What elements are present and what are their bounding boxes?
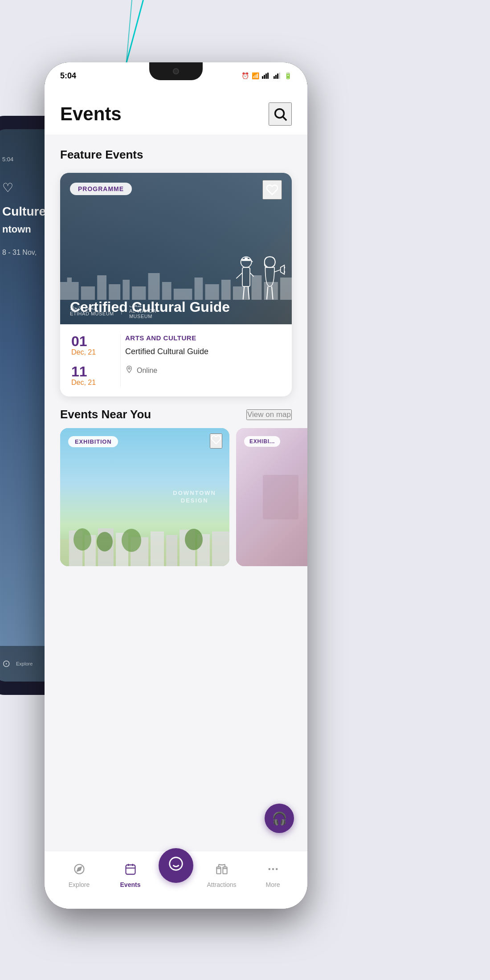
svg-rect-31: [242, 267, 250, 286]
svg-line-33: [248, 286, 249, 299]
svg-point-73: [275, 868, 278, 870]
signal2-icon: [274, 73, 282, 79]
phone-main: 5:04 🖼 📹 👥 ⏰ 📶: [45, 62, 307, 909]
svg-rect-18: [162, 282, 172, 300]
svg-point-8: [275, 109, 284, 118]
svg-rect-51: [212, 531, 229, 566]
card-dates: 01 Dec, 21 11 Dec, 21: [71, 334, 111, 387]
feature-events-section: Feature Events: [45, 135, 307, 173]
nav-explore[interactable]: Explore: [53, 863, 105, 888]
start-date-block: 01 Dec, 21: [71, 334, 111, 356]
behind-explore-icon: ⊙: [2, 658, 10, 670]
svg-point-71: [268, 868, 270, 870]
svg-rect-1: [264, 75, 265, 79]
svg-rect-5: [275, 75, 277, 79]
front-camera: [173, 68, 179, 74]
status-right-icons: ⏰ 📶 🔋: [241, 72, 292, 79]
near-you-title: Events Near You: [60, 408, 151, 421]
feature-event-card[interactable]: PROGRAMME Certified Cultural Guide: [60, 173, 292, 396]
more-icon: [267, 863, 279, 878]
start-day: 01: [71, 334, 111, 348]
svg-rect-21: [205, 284, 219, 300]
events-label: Events: [120, 881, 141, 888]
bottom-nav: Explore Events: [45, 851, 307, 909]
svg-rect-2: [265, 74, 267, 79]
wifi-icon: 📶: [252, 72, 259, 79]
svg-rect-15: [122, 280, 130, 300]
feature-events-title: Feature Events: [60, 148, 292, 162]
page-title: Events: [60, 103, 122, 125]
svg-rect-6: [277, 74, 278, 79]
svg-rect-11: [67, 278, 72, 300]
svg-rect-7: [279, 73, 280, 79]
events-near-you-header: Events Near You View on map: [45, 396, 307, 428]
svg-rect-20: [195, 278, 203, 300]
svg-point-72: [272, 868, 274, 870]
view-on-map-button[interactable]: View on map: [246, 409, 292, 420]
svg-rect-22: [221, 280, 231, 300]
svg-marker-57: [77, 867, 82, 871]
card-favourite-button[interactable]: [262, 180, 282, 200]
phone-screen: 5:04 🖼 📹 👥 ⏰ 📶: [45, 62, 307, 909]
svg-line-32: [243, 286, 245, 299]
svg-rect-48: [166, 535, 177, 566]
nav-center-button[interactable]: [156, 848, 196, 885]
search-button[interactable]: [269, 102, 292, 126]
near-card-2[interactable]: EXHIBI...: [236, 428, 307, 566]
end-month: Dec, 21: [71, 379, 111, 387]
card-logos: متحف الاتحادETIHAD MUSEUM | متحفAL WAHDA…: [70, 302, 156, 319]
downtown-design-overlay: DOWNTOWNDESIGN: [173, 490, 216, 505]
card-programme-badge: PROGRAMME: [70, 183, 132, 195]
svg-rect-3: [267, 73, 269, 79]
svg-point-55: [185, 529, 203, 550]
svg-point-54: [122, 529, 141, 552]
svg-rect-4: [274, 76, 275, 79]
center-btn-circle: [159, 848, 193, 883]
near-cards-row: DOWNTOWNDESIGN EXHIBITION: [45, 428, 307, 566]
more-label: More: [266, 881, 280, 888]
notch: [149, 62, 203, 80]
attractions-label: Attractions: [207, 881, 236, 888]
svg-rect-16: [132, 286, 146, 300]
headset-icon: 🎧: [272, 811, 287, 826]
svg-rect-17: [148, 273, 160, 300]
signal-icon: [262, 73, 271, 79]
near-card-1[interactable]: DOWNTOWNDESIGN EXHIBITION: [60, 428, 229, 566]
explore-icon: [73, 863, 86, 878]
status-time: 5:04: [60, 71, 76, 81]
svg-rect-13: [97, 275, 106, 300]
near-card-2-image: [236, 428, 307, 566]
start-month: Dec, 21: [71, 348, 111, 356]
svg-rect-58: [126, 865, 135, 874]
nav-events[interactable]: Events: [105, 863, 156, 888]
svg-line-38: [272, 286, 273, 299]
svg-rect-65: [216, 867, 220, 874]
near-card-2-badge: EXHIBI...: [244, 436, 280, 447]
svg-line-9: [283, 117, 286, 120]
screen-content: Events Feature Events: [45, 89, 307, 909]
svg-rect-14: [109, 284, 120, 300]
nav-attractions[interactable]: Attractions: [196, 863, 247, 888]
svg-point-62: [170, 858, 183, 870]
logo-alwahda: متحفAL WAHDAMUSEUM: [129, 302, 156, 319]
card-details: ARTS AND CULTURE Certified Cultural Guid…: [120, 334, 281, 387]
location-text: Online: [137, 367, 157, 375]
end-date-block: 11 Dec, 21: [71, 364, 111, 387]
svg-line-35: [250, 273, 254, 277]
alarm-icon: ⏰: [241, 72, 249, 79]
card-event-name: Certified Cultural Guide: [125, 347, 281, 356]
svg-point-52: [74, 528, 91, 551]
center-smiley-icon: [167, 855, 184, 876]
location-pin-icon: [125, 365, 133, 376]
nav-more[interactable]: More: [247, 863, 298, 888]
svg-line-39: [274, 270, 281, 272]
svg-line-37: [267, 286, 268, 299]
support-button[interactable]: 🎧: [265, 804, 294, 833]
card-image: PROGRAMME Certified Cultural Guide: [60, 173, 292, 324]
battery-icon: 🔋: [284, 72, 292, 79]
logo-etihad: متحف الاتحادETIHAD MUSEUM: [70, 305, 114, 316]
svg-point-40: [128, 368, 130, 369]
card-people-illustration: [232, 249, 285, 320]
app-header: Events: [45, 89, 307, 135]
near-card-1-heart[interactable]: [210, 433, 222, 449]
